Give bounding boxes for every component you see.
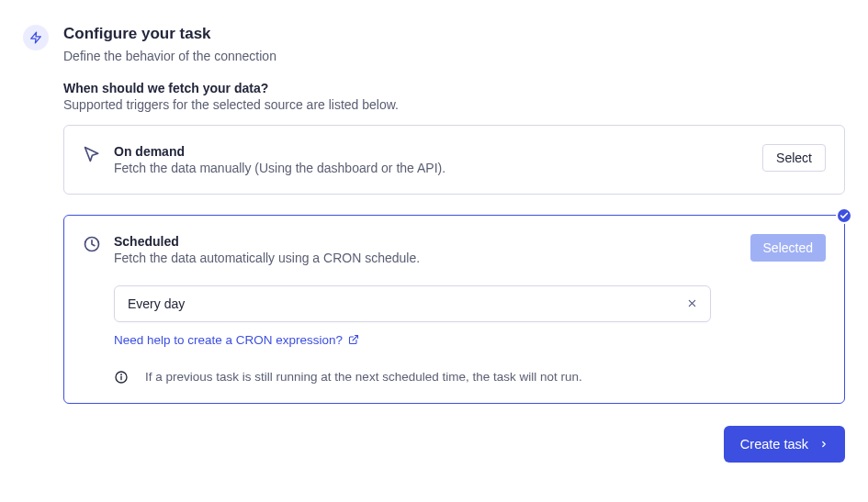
cursor-icon xyxy=(83,145,101,163)
chevron-right-icon xyxy=(819,438,829,451)
cron-help-label: Need help to create a CRON expression? xyxy=(114,333,343,347)
create-task-label: Create task xyxy=(740,437,808,452)
scheduled-title: Scheduled xyxy=(114,234,738,249)
clear-input-button[interactable] xyxy=(674,291,710,316)
on-demand-desc: Fetch the data manually (Using the dashb… xyxy=(114,161,750,175)
info-note-text: If a previous task is still running at t… xyxy=(145,370,582,384)
svg-line-4 xyxy=(353,336,358,341)
close-icon xyxy=(687,298,697,308)
page-subtitle: Define the behavior of the connection xyxy=(63,47,845,66)
cron-input[interactable] xyxy=(115,286,674,321)
svg-marker-0 xyxy=(31,32,41,43)
svg-point-7 xyxy=(121,374,122,375)
page-header: Configure your task Define the behavior … xyxy=(23,23,845,66)
scheduled-desc: Fetch the data automatically using a CRO… xyxy=(114,251,738,265)
checkmark-badge-icon xyxy=(836,207,852,224)
section-title: When should we fetch your data? xyxy=(63,81,845,95)
clock-icon xyxy=(83,235,101,253)
page-title: Configure your task xyxy=(63,23,845,45)
create-task-button[interactable]: Create task xyxy=(724,426,845,463)
info-note: If a previous task is still running at t… xyxy=(114,370,826,385)
cron-help-link[interactable]: Need help to create a CRON expression? xyxy=(114,333,359,347)
scheduled-card[interactable]: Scheduled Fetch the data automatically u… xyxy=(63,215,845,404)
select-on-demand-button[interactable]: Select xyxy=(762,144,826,172)
info-icon xyxy=(114,370,129,385)
on-demand-title: On demand xyxy=(114,144,750,159)
section-desc: Supported triggers for the selected sour… xyxy=(63,97,845,112)
on-demand-card[interactable]: On demand Fetch the data manually (Using… xyxy=(63,125,845,195)
selected-scheduled-button[interactable]: Selected xyxy=(750,234,826,262)
external-link-icon xyxy=(348,334,359,345)
lightning-icon xyxy=(23,25,49,50)
cron-input-container xyxy=(114,285,711,322)
